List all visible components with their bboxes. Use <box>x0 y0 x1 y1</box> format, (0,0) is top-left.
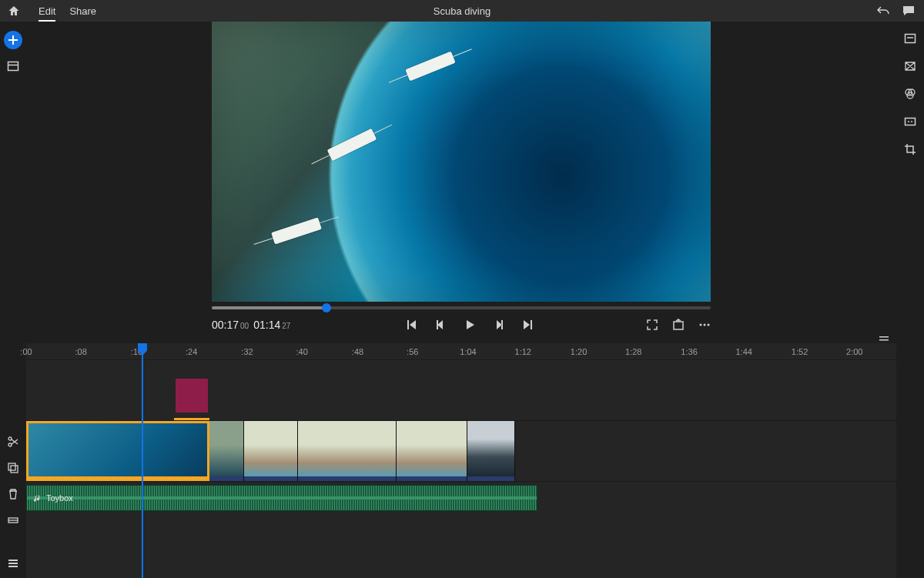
timeline-view-tools <box>0 558 26 570</box>
svg-point-14 <box>8 443 12 446</box>
transitions-icon[interactable] <box>904 60 916 72</box>
svg-rect-6 <box>437 320 438 329</box>
svg-point-13 <box>8 437 12 440</box>
video-clip[interactable] <box>397 421 467 481</box>
ruler-tick: 1:04 <box>460 347 476 356</box>
svg-rect-11 <box>879 336 889 338</box>
svg-rect-7 <box>674 322 683 329</box>
video-preview[interactable] <box>212 22 711 302</box>
tab-share[interactable]: Share <box>69 1 96 22</box>
music-note-icon <box>33 494 42 503</box>
svg-rect-20 <box>8 566 18 567</box>
ruler-tick: 1:20 <box>571 347 587 356</box>
duplicate-icon[interactable] <box>7 462 19 474</box>
volume-track-icon[interactable] <box>7 514 19 526</box>
audio-track-name: Toybox <box>46 493 73 503</box>
total-frames: 27 <box>282 322 290 330</box>
home-icon[interactable] <box>0 5 28 17</box>
ruler-tick: :08 <box>75 347 87 356</box>
svg-rect-18 <box>8 560 18 561</box>
svg-rect-15 <box>8 463 15 470</box>
ruler-tick: :32 <box>241 347 253 356</box>
scrub-head[interactable] <box>322 303 331 312</box>
ruler-tick: 1:12 <box>515 347 531 356</box>
more-icon[interactable] <box>698 319 711 331</box>
video-clip[interactable] <box>244 421 298 481</box>
video-clip[interactable] <box>467 421 515 481</box>
ruler-tick: 2:00 <box>846 347 862 356</box>
export-frame-icon[interactable] <box>672 319 685 331</box>
goto-end-icon[interactable] <box>522 319 534 331</box>
top-bar: Edit Share Scuba diving <box>0 0 924 22</box>
svg-rect-12 <box>879 339 889 341</box>
timeline-playhead[interactable] <box>142 343 143 578</box>
scissors-icon[interactable] <box>7 436 19 448</box>
ruler-tick: 1:44 <box>736 347 752 356</box>
step-forward-icon[interactable] <box>493 319 505 331</box>
audio-track[interactable]: Toybox <box>26 485 537 511</box>
ruler-tick: :24 <box>186 347 197 356</box>
preview-stage: 00:17 00 01:14 27 <box>26 22 896 343</box>
goto-start-icon[interactable] <box>405 319 417 331</box>
ruler-tick: :48 <box>352 347 363 356</box>
svg-rect-16 <box>11 466 18 473</box>
timeline: :00:08:16:24:32:40:48:561:041:121:201:28… <box>26 343 896 578</box>
svg-rect-5 <box>906 119 916 125</box>
step-back-icon[interactable] <box>434 319 447 331</box>
right-rail <box>896 22 924 155</box>
titles-icon[interactable] <box>904 32 916 45</box>
project-panel-icon[interactable] <box>7 60 19 72</box>
fullscreen-icon[interactable] <box>646 319 658 331</box>
svg-rect-0 <box>8 62 18 71</box>
ruler-tick: 1:28 <box>625 347 641 356</box>
ruler-tick: 1:52 <box>792 347 808 356</box>
track-height-icon[interactable] <box>7 558 19 570</box>
ruler-tick: 1:36 <box>681 347 697 356</box>
svg-rect-19 <box>8 563 18 564</box>
svg-point-8 <box>700 324 702 326</box>
tab-edit[interactable]: Edit <box>38 1 55 22</box>
svg-point-10 <box>708 324 710 326</box>
video-clip[interactable] <box>26 421 209 481</box>
color-icon[interactable] <box>904 88 916 100</box>
current-time: 00:17 <box>212 319 239 331</box>
video-track <box>26 420 896 482</box>
svg-rect-1 <box>906 35 916 43</box>
crop-icon[interactable] <box>904 143 916 155</box>
total-time: 01:14 <box>253 319 280 331</box>
left-rail <box>0 22 26 72</box>
playback-controls: 00:17 00 01:14 27 <box>212 309 711 340</box>
time-ruler[interactable]: :00:08:16:24:32:40:48:561:041:121:201:28… <box>26 343 896 360</box>
trash-icon[interactable] <box>7 488 19 500</box>
current-frames: 00 <box>240 322 249 330</box>
comment-icon[interactable] <box>902 5 915 17</box>
video-clip[interactable] <box>209 421 244 481</box>
scrub-bar[interactable] <box>212 306 711 309</box>
ruler-tick: :40 <box>296 347 308 356</box>
project-title: Scuba diving <box>0 5 924 17</box>
ruler-tick: :56 <box>407 347 418 356</box>
marker-region[interactable] <box>176 379 208 413</box>
timeline-tools <box>0 436 26 526</box>
add-media-button[interactable] <box>4 31 22 49</box>
undo-icon[interactable] <box>876 5 890 17</box>
svg-point-9 <box>704 324 706 326</box>
play-icon[interactable] <box>464 319 476 331</box>
speed-icon[interactable] <box>904 115 916 128</box>
video-clip[interactable] <box>298 421 397 481</box>
ruler-tick: :00 <box>20 347 32 356</box>
